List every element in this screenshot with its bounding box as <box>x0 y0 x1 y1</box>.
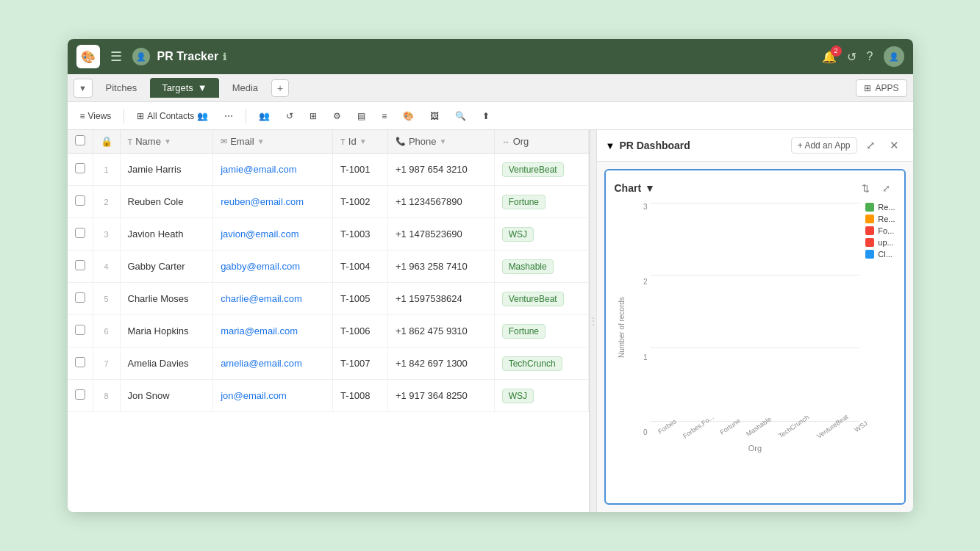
tab-media[interactable]: Media <box>221 78 270 98</box>
row-phone: +1 862 475 9310 <box>387 315 494 347</box>
row-checkbox[interactable] <box>75 292 85 303</box>
row-email[interactable]: javion@email.com <box>213 218 333 251</box>
row-checkbox-cell[interactable] <box>68 347 93 380</box>
add-app-button[interactable]: + Add an App <box>791 137 857 154</box>
color-button[interactable]: 🎨 <box>398 109 419 123</box>
menu-icon[interactable]: ☰ <box>107 46 125 68</box>
dashboard-collapse-icon[interactable]: ▼ <box>606 140 615 151</box>
tab-targets-dropdown-icon[interactable]: ▼ <box>198 82 207 93</box>
name-column-header[interactable]: T Name ▼ <box>120 130 213 154</box>
select-all-checkbox[interactable] <box>75 135 85 145</box>
row-phone: +1 1597538624 <box>387 283 494 315</box>
all-contacts-extra-icon: 👥 <box>197 111 208 121</box>
chart-sort-icon[interactable]: ⇅ <box>857 179 875 197</box>
legend-color-swatch <box>865 203 874 212</box>
id-column-header[interactable]: T Id ▼ <box>333 130 388 154</box>
undo-button[interactable]: ↺ <box>281 109 298 123</box>
expand-dashboard-button[interactable]: ⤢ <box>862 136 881 155</box>
row-email[interactable]: jamie@email.com <box>213 154 333 186</box>
row-checkbox[interactable] <box>75 163 85 173</box>
row-checkbox-cell[interactable] <box>68 154 93 186</box>
history-button[interactable]: ↺ <box>847 50 856 64</box>
chart-title-button[interactable]: Chart ▼ <box>615 182 655 194</box>
x-labels-container: ForbesForbes,Fo...FortuneMashableTechCru… <box>651 422 860 442</box>
lock-header: 🔒 <box>93 130 120 154</box>
legend-item: up... <box>865 238 895 247</box>
scroll-divider[interactable]: ⋮ <box>590 130 597 512</box>
view-toggle-button[interactable]: ▤ <box>352 109 371 123</box>
toolbar-more-button[interactable]: ⋯ <box>219 109 238 123</box>
row-checkbox[interactable] <box>75 260 85 270</box>
header-actions: 🔔 2 ↺ ? 👤 <box>822 46 904 67</box>
select-all-header[interactable] <box>68 130 93 154</box>
help-button[interactable]: ? <box>867 50 873 63</box>
row-email[interactable]: gabby@email.com <box>213 251 333 283</box>
row-checkbox[interactable] <box>75 389 85 400</box>
row-name: Gabby Carter <box>120 251 213 283</box>
notification-button[interactable]: 🔔 2 <box>822 50 837 64</box>
row-number: 5 <box>93 283 120 315</box>
org-type-icon: ↔ <box>502 137 510 146</box>
row-checkbox-cell[interactable] <box>68 251 93 283</box>
email-sort-icon[interactable]: ▼ <box>257 137 265 145</box>
filter-button[interactable]: ⊞ <box>304 109 322 123</box>
info-icon[interactable]: ℹ <box>223 51 226 62</box>
row-checkbox[interactable] <box>75 228 85 238</box>
legend-label: Fo... <box>878 226 894 235</box>
table-row: 6 Maria Hopkins maria@email.com T-1006 +… <box>68 315 589 347</box>
tab-dropdown-button[interactable]: ▼ <box>74 79 93 98</box>
name-sort-icon[interactable]: ▼ <box>164 137 171 145</box>
tab-pitches[interactable]: Pitches <box>94 78 149 98</box>
row-org: Fortune <box>494 315 588 347</box>
user-icon: 👤 <box>132 48 150 65</box>
row-org: VentureBeat <box>494 283 588 315</box>
y-tick-2: 2 <box>643 278 648 286</box>
tab-targets[interactable]: Targets ▼ <box>150 78 219 98</box>
close-dashboard-button[interactable]: ✕ <box>885 136 904 155</box>
avatar[interactable]: 👤 <box>884 46 904 67</box>
tab-bar: ▼ Pitches Targets ▼ Media + ⊞ Media APPS <box>68 74 913 102</box>
row-org: WSJ <box>494 218 588 251</box>
row-checkbox-cell[interactable] <box>68 283 93 315</box>
row-checkbox-cell[interactable] <box>68 218 93 251</box>
legend-color-swatch <box>865 215 874 223</box>
row-checkbox-cell[interactable] <box>68 380 93 412</box>
image-button[interactable]: 🖼 <box>425 109 444 123</box>
email-column-header[interactable]: ✉ Email ▼ <box>213 130 333 154</box>
apps-button[interactable]: ⊞ Media APPS <box>856 79 906 97</box>
table-row: 2 Reuben Cole reuben@email.com T-1002 +1… <box>68 186 589 218</box>
dashboard-header: ▼ PR Dashboard + Add an App ⤢ ✕ <box>597 130 913 162</box>
row-checkbox[interactable] <box>75 357 85 367</box>
row-email[interactable]: reuben@email.com <box>213 186 333 218</box>
share-button[interactable]: ⬆ <box>477 109 495 123</box>
add-tab-button[interactable]: + <box>271 79 289 97</box>
row-number: 7 <box>93 347 120 380</box>
views-button[interactable]: ≡ Views <box>75 109 117 123</box>
row-checkbox-cell[interactable] <box>68 315 93 347</box>
row-email[interactable]: charlie@email.com <box>213 283 333 315</box>
row-phone: +1 987 654 3210 <box>387 154 494 186</box>
phone-column-header[interactable]: 📞 Phone ▼ <box>387 130 494 154</box>
phone-sort-icon[interactable]: ▼ <box>439 137 446 145</box>
id-sort-icon[interactable]: ▼ <box>360 137 367 145</box>
bars-container <box>651 203 860 422</box>
all-contacts-button[interactable]: ⊞ All Contacts 👥 <box>132 109 213 123</box>
row-checkbox[interactable] <box>75 325 85 335</box>
row-email[interactable]: maria@email.com <box>213 315 333 347</box>
row-email[interactable]: jon@email.com <box>213 380 333 412</box>
row-checkbox-cell[interactable] <box>68 186 93 218</box>
filter2-button[interactable]: ≡ <box>376 109 392 123</box>
row-id: T-1003 <box>333 218 388 251</box>
group-by-button[interactable]: 👥 <box>254 109 275 123</box>
org-column-header[interactable]: ↔ Org <box>494 130 588 154</box>
row-org: VentureBeat <box>494 154 588 186</box>
adjust-button[interactable]: ⚙ <box>328 109 346 123</box>
chart-header: Chart ▼ ⇅ ⤢ <box>615 179 895 197</box>
legend-item: Cl... <box>865 250 895 259</box>
search-button[interactable]: 🔍 <box>450 109 471 123</box>
row-email[interactable]: amelia@email.com <box>213 347 333 380</box>
table-row: 8 Jon Snow jon@email.com T-1008 +1 917 3… <box>68 380 589 412</box>
row-number: 4 <box>93 251 120 283</box>
chart-expand-button[interactable]: ⤢ <box>878 179 895 197</box>
row-checkbox[interactable] <box>75 195 85 206</box>
